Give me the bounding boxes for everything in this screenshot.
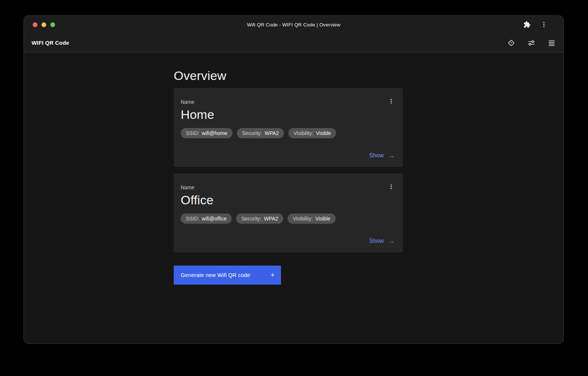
menu-icon[interactable]	[548, 39, 556, 47]
visibility-tag: Visibility: Visible	[288, 213, 335, 224]
show-link[interactable]: Show →	[369, 238, 395, 244]
show-link-label: Show	[369, 152, 384, 159]
plus-icon: +	[271, 271, 275, 279]
name-field-label: Name	[181, 99, 194, 105]
arrow-right-icon: →	[388, 152, 395, 159]
card-top-row: Name	[181, 99, 395, 106]
titlebar: Wifi QR Code - WIFI QR Code | Overview	[24, 16, 563, 33]
show-link[interactable]: Show →	[369, 152, 395, 159]
header-icons: ?	[507, 39, 556, 47]
card-top-row: Name	[181, 185, 395, 191]
security-tag: Security: WPA2	[237, 128, 284, 138]
tag-value: wifi@home	[202, 130, 227, 136]
tag-value: WPA2	[265, 130, 279, 136]
ssid-tag: SSID: wifi@office	[181, 213, 232, 224]
network-name: Home	[181, 107, 395, 122]
generate-button-label: Generate new Wifi QR code	[181, 272, 250, 278]
tag-row: SSID: wifi@office Security: WPA2 Visibil…	[181, 213, 395, 224]
browser-menu-kebab-icon[interactable]	[541, 21, 547, 28]
ssid-tag: SSID: wifi@home	[181, 128, 232, 138]
name-field-label: Name	[181, 185, 194, 190]
tag-label: Security:	[242, 130, 262, 136]
tag-value: Visible	[315, 216, 331, 222]
app-name: WIFI QR Code	[32, 40, 69, 46]
app-window: Wifi QR Code - WIFI QR Code | Overview W…	[24, 15, 564, 344]
arrow-right-icon: →	[388, 238, 395, 244]
tag-value: wifi@office	[202, 216, 227, 222]
tag-value: Visible	[316, 130, 331, 136]
network-card-home: Name Home SSID: wifi@home Security: WPA2	[174, 88, 403, 167]
window-title: Wifi QR Code - WIFI QR Code | Overview	[24, 16, 563, 33]
main-content: Overview Name Home SSID: wifi@home Secur…	[24, 52, 563, 344]
tag-value: WPA2	[264, 216, 278, 222]
card-overflow-menu-icon[interactable]	[388, 184, 394, 191]
tag-label: SSID:	[186, 216, 199, 222]
tag-label: SSID:	[186, 130, 199, 136]
app-header: WIFI QR Code ?	[24, 33, 563, 52]
extensions-puzzle-icon[interactable]	[523, 21, 531, 28]
network-name: Office	[181, 193, 395, 207]
show-row: Show →	[181, 152, 395, 159]
tag-label: Visibility:	[293, 216, 313, 222]
security-tag: Security: WPA2	[236, 213, 283, 224]
network-card-office: Name Office SSID: wifi@office Security: …	[174, 174, 403, 252]
show-link-label: Show	[369, 238, 384, 244]
titlebar-icons	[523, 16, 547, 33]
visibility-tag: Visibility: Visible	[288, 128, 336, 138]
generate-new-qr-button[interactable]: Generate new Wifi QR code +	[174, 266, 281, 285]
svg-text:?: ?	[510, 41, 512, 45]
page-title: Overview	[174, 68, 563, 84]
tag-row: SSID: wifi@home Security: WPA2 Visibilit…	[181, 128, 395, 138]
help-icon[interactable]: ?	[507, 39, 515, 47]
card-overflow-menu-icon[interactable]	[388, 98, 394, 106]
tag-label: Security:	[241, 216, 261, 222]
show-row: Show →	[181, 238, 395, 244]
settings-adjust-icon[interactable]	[527, 39, 535, 47]
tag-label: Visibility:	[293, 130, 313, 136]
